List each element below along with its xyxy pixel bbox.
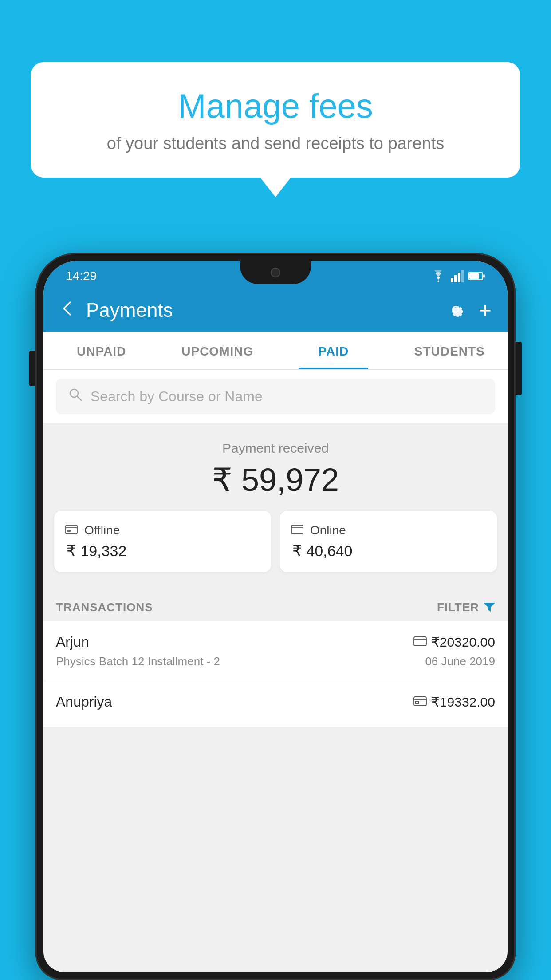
online-amount: ₹ 40,640: [291, 542, 352, 560]
filter-container[interactable]: FILTER: [437, 601, 495, 614]
wifi-icon: [430, 270, 446, 282]
search-container: Search by Course or Name: [43, 370, 508, 423]
offline-label: Offline: [84, 523, 120, 537]
transaction-name-arjun: Arjun: [56, 634, 89, 650]
phone-outer: 14:29: [35, 253, 516, 980]
back-button[interactable]: [59, 300, 75, 320]
bubble-title: Manage fees: [58, 87, 493, 125]
transaction-bottom-arjun: Physics Batch 12 Installment - 2 06 June…: [56, 655, 495, 668]
offline-amount: ₹ 19,332: [65, 542, 126, 560]
card-payment-icon-arjun: [413, 636, 427, 648]
table-row[interactable]: Arjun ₹20320.00 Physics: [43, 621, 508, 681]
transaction-name-anupriya: Anupriya: [56, 694, 112, 710]
signal-icon: [451, 270, 464, 282]
svg-line-8: [77, 396, 81, 400]
svg-marker-14: [484, 603, 495, 612]
svg-rect-3: [461, 270, 464, 282]
svg-rect-15: [414, 637, 426, 646]
transactions-label: TRANSACTIONS: [56, 601, 153, 614]
battery-icon: [468, 271, 485, 281]
app-bar-title: Payments: [86, 299, 173, 321]
speech-bubble: Manage fees of your students and send re…: [31, 62, 520, 178]
tab-students[interactable]: STUDENTS: [392, 332, 508, 369]
transactions-header: TRANSACTIONS FILTER: [43, 590, 508, 621]
svg-rect-11: [67, 530, 71, 532]
online-payment-card: Online ₹ 40,640: [280, 511, 497, 572]
payment-total-amount: ₹ 59,972: [43, 461, 508, 498]
offline-payment-card: Offline ₹ 19,332: [54, 511, 271, 572]
svg-rect-1: [454, 275, 457, 282]
search-placeholder: Search by Course or Name: [91, 388, 263, 405]
offline-icon: [65, 523, 78, 537]
camera-dot: [271, 268, 280, 277]
transaction-amount-container-arjun: ₹20320.00: [413, 634, 495, 650]
status-icons: [430, 270, 485, 282]
search-icon: [68, 387, 83, 405]
table-row[interactable]: Anupriya ₹19332.00: [43, 681, 508, 727]
transaction-amount-anupriya: ₹19332.00: [431, 694, 495, 710]
tab-paid[interactable]: PAID: [276, 332, 392, 369]
phone-screen: 14:29: [43, 261, 508, 972]
transaction-date-arjun: 06 June 2019: [425, 655, 495, 668]
payment-cards: Offline ₹ 19,332: [43, 511, 508, 572]
transaction-amount-arjun: ₹20320.00: [431, 634, 495, 650]
online-icon: [291, 524, 304, 537]
search-box[interactable]: Search by Course or Name: [56, 379, 495, 414]
svg-rect-5: [483, 274, 485, 278]
notch: [240, 261, 311, 284]
tabs-bar: UNPAID UPCOMING PAID STUDENTS: [43, 332, 508, 370]
transaction-course-arjun: Physics Batch 12 Installment - 2: [56, 655, 220, 668]
tab-unpaid[interactable]: UNPAID: [43, 332, 160, 369]
svg-rect-2: [458, 273, 460, 282]
offline-card-header: Offline: [65, 523, 120, 537]
transaction-top-anupriya: Anupriya ₹19332.00: [56, 694, 495, 710]
payment-received-label: Payment received: [43, 441, 508, 456]
tab-upcoming[interactable]: UPCOMING: [160, 332, 276, 369]
filter-label: FILTER: [437, 601, 479, 614]
online-card-header: Online: [291, 523, 346, 537]
add-icon[interactable]: +: [479, 299, 492, 321]
bubble-subtitle: of your students and send receipts to pa…: [58, 134, 493, 153]
transaction-amount-container-anupriya: ₹19332.00: [413, 694, 495, 710]
transaction-top-arjun: Arjun ₹20320.00: [56, 634, 495, 650]
app-bar-right: +: [446, 299, 492, 321]
app-bar: Payments +: [43, 288, 508, 332]
filter-icon: [484, 601, 495, 614]
status-time: 14:29: [66, 269, 97, 283]
cash-payment-icon-anupriya: [413, 695, 427, 709]
speech-bubble-container: Manage fees of your students and send re…: [31, 62, 520, 178]
svg-rect-12: [291, 525, 303, 534]
settings-icon[interactable]: [446, 300, 465, 321]
svg-rect-0: [451, 278, 453, 282]
svg-rect-6: [469, 273, 479, 279]
svg-rect-9: [66, 525, 77, 534]
online-label: Online: [310, 523, 346, 537]
svg-rect-19: [415, 701, 419, 703]
app-bar-left: Payments: [59, 299, 173, 321]
phone-container: 14:29: [35, 253, 516, 980]
payment-summary: Payment received ₹ 59,972: [43, 423, 508, 590]
transactions-list: Arjun ₹20320.00 Physics: [43, 621, 508, 727]
